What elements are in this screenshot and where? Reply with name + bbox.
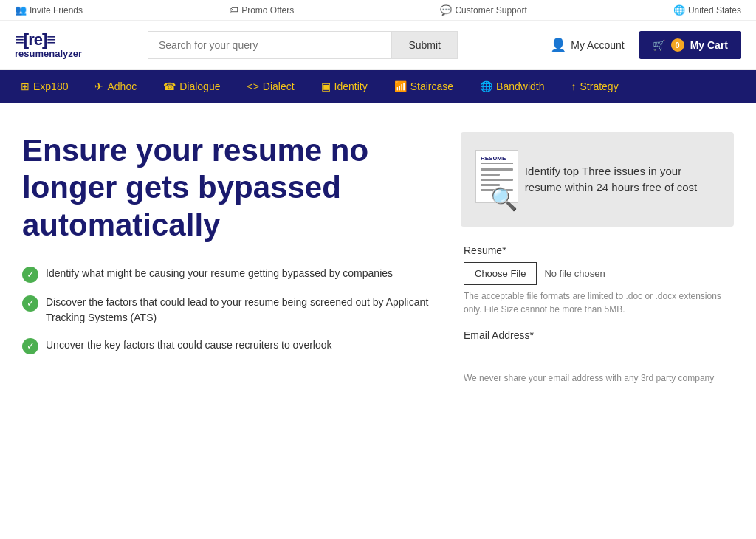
account-label: My Account [571, 39, 624, 51]
header: ≡[re]≡ resumenalyzer Submit 👤 My Account… [0, 21, 756, 70]
check-icon-3: ✓ [22, 338, 38, 354]
search-input[interactable] [148, 31, 391, 59]
resume-doc-title: RESUME [481, 155, 513, 164]
logo-icon: ≡[re]≡ [15, 32, 55, 48]
cart-count: 0 [671, 38, 684, 52]
promo-offers-link[interactable]: 🏷 Promo Offers [229, 4, 294, 16]
hero-headline: Ensure your resume no longer gets bypass… [22, 132, 439, 244]
right-column: RESUME 🔍 Identify top Three issues in yo… [461, 132, 734, 385]
dialect-icon: <> [247, 80, 258, 92]
email-input[interactable] [464, 350, 731, 368]
resume-line-2 [481, 174, 500, 176]
bandwidth-icon: 🌐 [480, 80, 492, 92]
email-field-label: Email Address* [464, 329, 731, 341]
feature-item-1: ✓ Identify what might be causing your re… [22, 266, 439, 283]
nav-item-dialect[interactable]: <> Dialect [233, 70, 307, 103]
top-bar: 👥 Invite Friends 🏷 Promo Offers 💬 Custom… [0, 0, 756, 21]
choose-file-button[interactable]: Choose File [464, 262, 537, 285]
feature-item-2: ✓ Discover the factors that could lead t… [22, 295, 439, 326]
resume-line-3 [481, 179, 513, 181]
nav-item-staircase[interactable]: 📶 Staircase [381, 70, 467, 103]
exp180-icon: ⊞ [21, 80, 30, 92]
upload-form: Resume* Choose File No file chosen The a… [461, 244, 734, 385]
adhoc-icon: ✈ [94, 80, 103, 92]
identity-icon: ▣ [321, 80, 331, 92]
feature-text-1: Identify what might be causing your resu… [46, 266, 393, 281]
resume-graphic: RESUME 🔍 [475, 150, 510, 209]
region-selector[interactable]: 🌐 United States [673, 4, 741, 16]
staircase-icon: 📶 [394, 80, 407, 92]
promo-icon: 🏷 [229, 4, 238, 16]
account-icon: 👤 [550, 37, 566, 53]
email-hint-text: We never share your email address with a… [464, 371, 731, 385]
invite-friends-link[interactable]: 👥 Invite Friends [15, 4, 83, 16]
strategy-icon: ↑ [571, 80, 577, 92]
banner-text: Identify top Three issues in your resume… [525, 163, 719, 196]
check-icon-2: ✓ [22, 295, 38, 312]
logo-text: resumenalyzer [15, 48, 82, 59]
file-name-display: No file chosen [544, 268, 605, 279]
file-hint-text: The acceptable file formats are limited … [464, 289, 731, 316]
feature-text-3: Uncover the key factors that could cause… [46, 337, 332, 353]
globe-icon: 🌐 [673, 4, 685, 16]
customer-support-link[interactable]: 💬 Customer Support [440, 4, 526, 16]
feature-list: ✓ Identify what might be causing your re… [22, 266, 439, 354]
invite-icon: 👥 [15, 4, 27, 16]
dialogue-icon: ☎ [163, 80, 176, 92]
nav-item-adhoc[interactable]: ✈ Adhoc [81, 70, 150, 103]
resume-banner: RESUME 🔍 Identify top Three issues in yo… [461, 132, 734, 227]
cart-label: My Cart [690, 39, 728, 51]
submit-button[interactable]: Submit [391, 31, 458, 59]
cart-button[interactable]: 🛒 0 My Cart [639, 31, 741, 59]
nav-item-identity[interactable]: ▣ Identity [308, 70, 381, 103]
resume-line-1 [481, 168, 513, 171]
check-icon-1: ✓ [22, 267, 38, 283]
main-content: Ensure your resume no longer gets bypass… [0, 103, 756, 414]
left-column: Ensure your resume no longer gets bypass… [22, 132, 439, 385]
feature-text-2: Discover the factors that could lead to … [46, 295, 439, 326]
resume-field-label: Resume* [464, 244, 731, 256]
magnify-icon: 🔍 [490, 186, 518, 212]
account-link[interactable]: 👤 My Account [550, 37, 624, 53]
file-input-row: Choose File No file chosen [464, 262, 731, 285]
nav-item-bandwidth[interactable]: 🌐 Bandwidth [467, 70, 557, 103]
support-icon: 💬 [440, 4, 452, 16]
search-area: Submit [148, 31, 458, 59]
main-nav: ⊞ Exp180 ✈ Adhoc ☎ Dialogue <> Dialect ▣… [0, 70, 756, 103]
feature-item-3: ✓ Uncover the key factors that could cau… [22, 337, 439, 354]
nav-item-exp180[interactable]: ⊞ Exp180 [7, 70, 81, 103]
nav-item-dialogue[interactable]: ☎ Dialogue [150, 70, 233, 103]
logo[interactable]: ≡[re]≡ resumenalyzer [15, 32, 133, 59]
nav-item-strategy[interactable]: ↑ Strategy [558, 70, 632, 103]
cart-icon: 🛒 [653, 39, 665, 51]
